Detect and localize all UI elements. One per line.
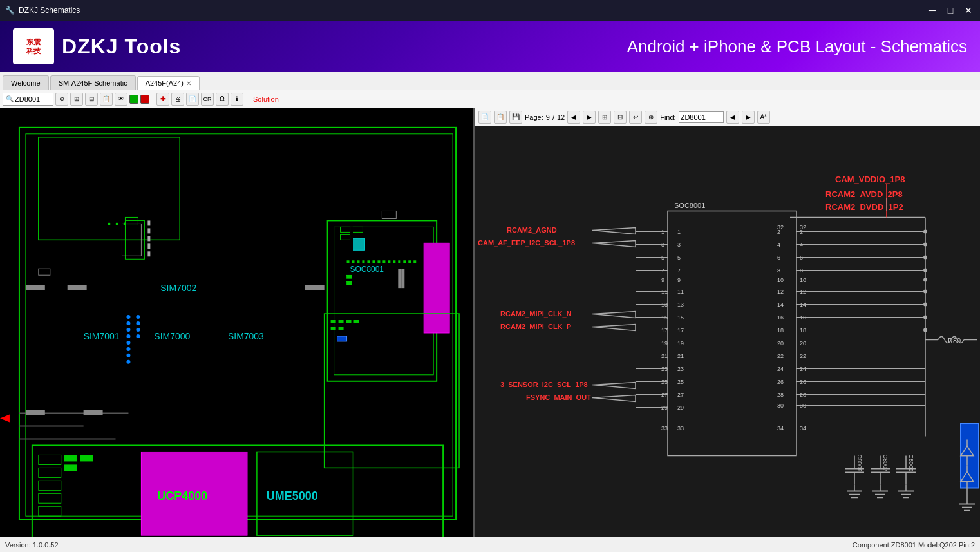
fit-button[interactable]: ⊞ (70, 93, 83, 106)
svg-rect-59 (26, 285, 45, 290)
logo-chinese: 东震科技 (26, 37, 41, 56)
svg-text:SIM7000: SIM7000 (154, 331, 190, 341)
schematic-panel[interactable]: 📄 📋 💾 Page: 9 / 12 ◀ ▶ ⊞ ⊟ ↩ ⊕ Find: ◀ ▶ (475, 108, 980, 537)
svg-point-210 (923, 243, 927, 247)
svg-rect-26 (334, 227, 434, 374)
tab-close-icon[interactable]: ✕ (186, 80, 191, 87)
svg-rect-52 (331, 327, 336, 330)
svg-point-216 (923, 316, 927, 319)
svg-text:SOC8001: SOC8001 (350, 265, 384, 274)
svg-rect-28 (341, 227, 350, 232)
sch-btn-2[interactable]: 📋 (494, 111, 507, 124)
sch-btn-1[interactable]: 📄 (478, 111, 491, 124)
zoom-out-button[interactable]: ⊟ (85, 93, 98, 106)
view-button[interactable]: 👁 (115, 93, 127, 106)
page-current: 9 (546, 113, 550, 121)
page-prev-button[interactable]: ◀ (567, 111, 580, 124)
pcb-panel[interactable]: SIM7002 SIM7000 SIM7001 SIM7003 (0, 108, 475, 537)
svg-rect-31 (424, 243, 449, 333)
find-next-button[interactable]: ▶ (742, 111, 755, 124)
search-icon: 🔍 (6, 95, 14, 102)
svg-text:26: 26 (777, 379, 784, 385)
page-total: 12 (557, 113, 565, 121)
svg-rect-63 (84, 410, 103, 415)
sch-btn-fit[interactable]: ⊞ (598, 111, 611, 124)
find-options-button[interactable]: A* (757, 111, 770, 124)
close-button[interactable]: ✕ (962, 4, 975, 17)
svg-text:CAM_VDDIO_1P8: CAM_VDDIO_1P8 (835, 175, 905, 184)
find-prev-button[interactable]: ◀ (726, 111, 739, 124)
svg-point-215 (923, 303, 927, 307)
svg-rect-68 (347, 260, 350, 263)
copy-button[interactable]: 📋 (100, 93, 113, 106)
find-input[interactable] (679, 111, 724, 123)
cross-button[interactable]: ✚ (156, 93, 169, 106)
tab-schematic[interactable]: SM-A245F Schematic (50, 75, 136, 90)
sch-btn-fwd[interactable]: ⊕ (645, 111, 657, 124)
sch-btn-zoom[interactable]: ⊟ (614, 111, 627, 124)
svg-marker-55 (0, 415, 10, 423)
svg-text:RCAM2_DVDD_1P2: RCAM2_DVDD_1P2 (825, 202, 903, 212)
ohm-button[interactable]: Ω (216, 93, 229, 106)
info-button[interactable]: ℹ (231, 93, 243, 106)
schematic-svg: SOC8001 1 3 5 7 9 11 13 15 17 19 21 23 2… (475, 126, 980, 537)
svg-text:18: 18 (777, 327, 784, 334)
export-button[interactable]: 📄 (186, 93, 199, 106)
svg-rect-80 (408, 260, 411, 263)
color-button[interactable] (129, 95, 138, 104)
svg-rect-45 (80, 455, 93, 461)
app-icon: 🔧 (5, 6, 15, 15)
search-box[interactable]: 🔍 (3, 93, 53, 106)
svg-text:21: 21 (677, 353, 684, 359)
svg-rect-49 (339, 320, 344, 323)
svg-rect-66 (398, 269, 401, 288)
zoom-in-button[interactable]: ⊕ (55, 93, 68, 106)
maximize-button[interactable]: □ (944, 4, 957, 17)
page-next-button[interactable]: ▶ (583, 111, 596, 124)
svg-text:24: 24 (777, 366, 784, 372)
svg-point-14 (126, 341, 130, 345)
svg-rect-77 (393, 260, 395, 263)
svg-text:6: 6 (777, 254, 780, 261)
title-bar-controls: ─ □ ✕ (926, 4, 975, 17)
svg-text:5: 5 (677, 254, 681, 261)
svg-point-211 (923, 256, 927, 260)
page-sep: / (552, 113, 554, 121)
svg-rect-60 (68, 285, 87, 290)
main-area: SIM7002 SIM7000 SIM7001 SIM7003 (0, 108, 980, 537)
header-title: Android + iPhone & PCB Layout - Schemati… (194, 37, 967, 57)
color2-button[interactable] (140, 95, 149, 104)
svg-rect-30 (353, 227, 363, 232)
tab-a245f[interactable]: A245F(A24) ✕ (137, 76, 200, 90)
svg-text:20: 20 (777, 340, 784, 347)
svg-text:25: 25 (677, 379, 684, 385)
svg-rect-4 (147, 220, 150, 225)
solution-button[interactable]: Solution (250, 95, 281, 103)
svg-text:28: 28 (777, 392, 784, 398)
svg-rect-69 (352, 260, 355, 263)
svg-rect-29 (341, 234, 350, 240)
sch-btn-3[interactable]: 💾 (509, 111, 522, 124)
svg-point-10 (126, 315, 130, 319)
svg-rect-42 (39, 493, 61, 503)
svg-rect-48 (331, 320, 336, 323)
svg-rect-64 (353, 238, 365, 250)
title-bar: 🔧 DZKJ Schematics ─ □ ✕ (0, 0, 980, 21)
svg-rect-6 (147, 236, 150, 241)
header: 东震科技 DZKJ Tools Android + iPhone & PCB L… (0, 21, 980, 72)
svg-rect-79 (403, 260, 406, 263)
svg-point-15 (126, 347, 130, 351)
svg-rect-67 (401, 269, 404, 288)
tab-welcome[interactable]: Welcome (3, 75, 49, 90)
toolbar: 🔍 ⊕ ⊞ ⊟ 📋 👁 ✚ 🖨 📄 CR Ω ℹ Solution (0, 90, 980, 108)
svg-rect-76 (388, 260, 390, 263)
component-label: Component:ZD8001 Model:Q202 Pin:2 (853, 541, 975, 549)
svg-text:1: 1 (677, 229, 681, 235)
search-input[interactable] (15, 95, 50, 103)
minimize-button[interactable]: ─ (926, 4, 939, 17)
svg-text:29: 29 (677, 404, 684, 411)
svg-rect-46 (64, 464, 77, 471)
cr-button[interactable]: CR (201, 93, 214, 106)
print-button[interactable]: 🖨 (171, 93, 184, 106)
sch-btn-back[interactable]: ↩ (629, 111, 642, 124)
